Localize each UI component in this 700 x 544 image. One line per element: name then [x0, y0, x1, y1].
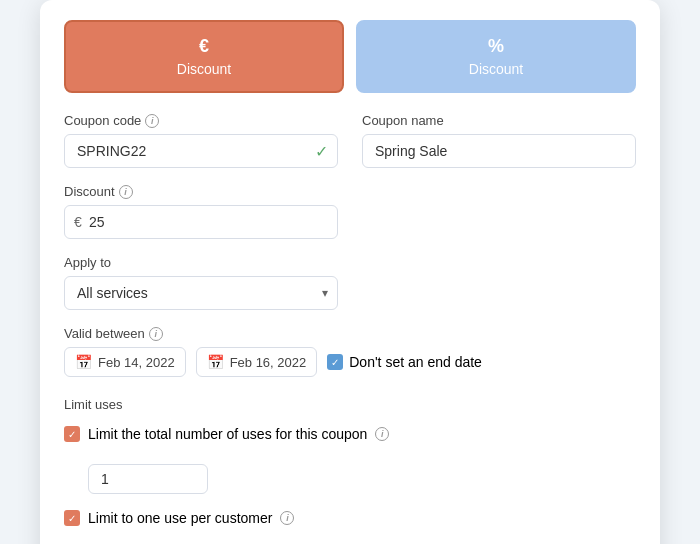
total-limit-input[interactable] [88, 464, 208, 494]
coupon-code-label-text: Coupon code [64, 113, 141, 128]
apply-to-group: Apply to All services Specific services … [64, 255, 338, 310]
start-date-text: Feb 14, 2022 [98, 355, 175, 370]
valid-between-label-text: Valid between [64, 326, 145, 341]
coupon-code-label: Coupon code i [64, 113, 338, 128]
coupon-code-input[interactable] [64, 134, 338, 168]
form-grid: Coupon code i ✓ Coupon name Discount i € [64, 113, 636, 536]
no-end-date-checkbox[interactable]: ✓ [327, 354, 343, 370]
limit-uses-section-label: Limit uses [64, 397, 636, 412]
start-date-input[interactable]: 📅 Feb 14, 2022 [64, 347, 186, 377]
coupon-modal: € Discount % Discount Coupon code i ✓ Co… [40, 0, 660, 544]
start-calendar-icon: 📅 [75, 354, 92, 370]
valid-between-label: Valid between i [64, 326, 636, 341]
total-limit-info-icon[interactable]: i [375, 427, 389, 441]
coupon-code-group: Coupon code i ✓ [64, 113, 338, 168]
percent-discount-label: Discount [469, 61, 523, 77]
discount-label-text: Discount [64, 184, 115, 199]
total-limit-row: ✓ Limit the total number of uses for thi… [64, 426, 636, 442]
apply-to-label: Apply to [64, 255, 338, 270]
coupon-name-group: Coupon name [362, 113, 636, 168]
coupon-code-info-icon[interactable]: i [145, 114, 159, 128]
euro-discount-btn[interactable]: € Discount [64, 20, 344, 93]
coupon-name-label: Coupon name [362, 113, 636, 128]
euro-symbol: € [199, 36, 209, 57]
valid-between-group: Valid between i 📅 Feb 14, 2022 📅 Feb 16,… [64, 326, 636, 377]
discount-input[interactable] [64, 205, 338, 239]
per-customer-label: Limit to one use per customer [88, 510, 272, 526]
discount-label: Discount i [64, 184, 338, 199]
end-date-text: Feb 16, 2022 [230, 355, 307, 370]
coupon-name-label-text: Coupon name [362, 113, 444, 128]
end-date-input[interactable]: 📅 Feb 16, 2022 [196, 347, 318, 377]
end-calendar-icon: 📅 [207, 354, 224, 370]
coupon-name-input[interactable] [362, 134, 636, 168]
total-limit-label: Limit the total number of uses for this … [88, 426, 367, 442]
total-limit-checkbox[interactable]: ✓ [64, 426, 80, 442]
date-row: 📅 Feb 14, 2022 📅 Feb 16, 2022 ✓ Don't se… [64, 347, 636, 377]
per-customer-info-icon[interactable]: i [280, 511, 294, 525]
valid-between-info-icon[interactable]: i [149, 327, 163, 341]
discount-input-wrapper: € [64, 205, 338, 239]
limit-uses-section: Limit uses ✓ Limit the total number of u… [64, 397, 636, 536]
euro-discount-label: Discount [177, 61, 231, 77]
per-customer-checkbox[interactable]: ✓ [64, 510, 80, 526]
discount-type-row: € Discount % Discount [64, 20, 636, 93]
percent-discount-btn[interactable]: % Discount [356, 20, 636, 93]
no-end-date-row: ✓ Don't set an end date [327, 354, 482, 370]
discount-prefix: € [74, 214, 82, 230]
discount-group: Discount i € [64, 184, 338, 239]
apply-to-select-wrapper: All services Specific services Specific … [64, 276, 338, 310]
discount-info-icon[interactable]: i [119, 185, 133, 199]
apply-to-label-text: Apply to [64, 255, 111, 270]
coupon-code-input-wrapper: ✓ [64, 134, 338, 168]
no-end-date-label: Don't set an end date [349, 354, 482, 370]
empty-col [362, 184, 636, 239]
apply-to-select[interactable]: All services Specific services Specific … [64, 276, 338, 310]
coupon-code-check-icon: ✓ [315, 142, 328, 161]
percent-symbol: % [488, 36, 504, 57]
per-customer-row: ✓ Limit to one use per customer i [64, 510, 636, 526]
